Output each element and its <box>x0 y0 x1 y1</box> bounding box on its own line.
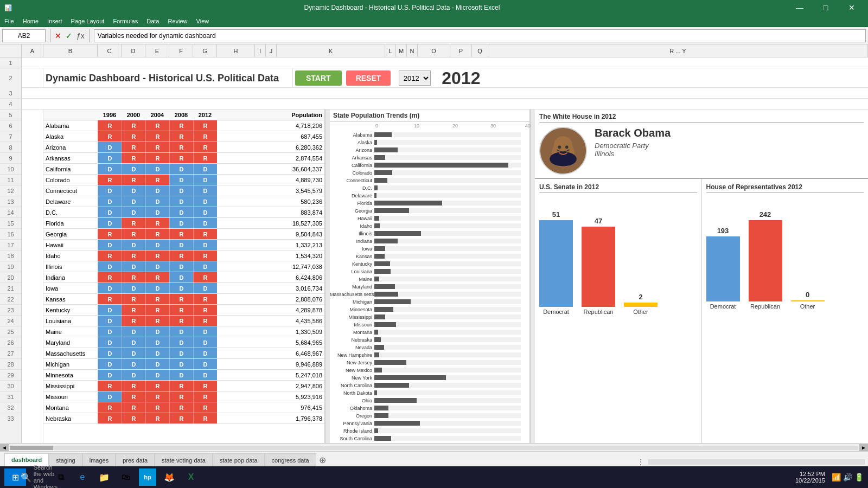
vote-cell[interactable]: D <box>193 261 217 272</box>
ribbon-formulas[interactable]: Formulas <box>113 18 138 24</box>
vote-cell[interactable]: D <box>98 391 122 402</box>
vote-cell[interactable]: D <box>169 164 193 174</box>
vote-cell[interactable]: R <box>145 142 169 152</box>
vote-cell[interactable]: R <box>169 413 193 423</box>
col-L[interactable]: L <box>385 44 396 57</box>
vote-cell[interactable]: R <box>145 153 169 163</box>
state-name[interactable]: Hawaii <box>43 240 98 250</box>
col-J[interactable]: J <box>266 44 277 57</box>
vote-cell[interactable]: R <box>122 316 145 326</box>
vote-cell[interactable]: D <box>145 164 169 174</box>
vote-cell[interactable]: R <box>122 131 145 142</box>
vote-cell[interactable]: R <box>145 316 169 326</box>
state-name[interactable]: Alabama <box>43 120 98 131</box>
state-name[interactable]: California <box>43 164 98 174</box>
taskbar-hp[interactable]: hp <box>139 468 156 486</box>
vote-cell[interactable]: R <box>145 229 169 239</box>
state-name[interactable]: Mississippi <box>43 381 98 391</box>
vote-cell[interactable]: R <box>145 402 169 413</box>
vote-cell[interactable]: D <box>193 207 217 217</box>
vote-cell[interactable]: D <box>122 337 145 348</box>
state-name[interactable]: Iowa <box>43 283 98 293</box>
vote-cell[interactable]: D <box>98 370 122 380</box>
taskbar-firefox[interactable]: 🦊 <box>161 468 178 486</box>
vote-cell[interactable]: D <box>169 326 193 337</box>
vote-cell[interactable]: D <box>145 337 169 348</box>
vote-cell[interactable]: D <box>98 261 122 272</box>
vote-cell[interactable]: D <box>169 348 193 358</box>
state-name[interactable]: Missouri <box>43 391 98 402</box>
start-button[interactable]: START <box>295 70 342 86</box>
col-D[interactable]: D <box>122 44 145 57</box>
vote-cell[interactable]: D <box>122 326 145 337</box>
vote-cell[interactable]: R <box>193 294 217 304</box>
vote-cell[interactable]: D <box>193 196 217 207</box>
vote-cell[interactable]: R <box>98 251 122 261</box>
vote-cell[interactable]: R <box>169 229 193 239</box>
vote-cell[interactable]: R <box>193 142 217 152</box>
col-O[interactable]: O <box>418 44 450 57</box>
vote-cell[interactable]: R <box>98 229 122 239</box>
vote-cell[interactable]: D <box>98 316 122 326</box>
reset-button[interactable]: RESET <box>346 70 391 86</box>
vote-cell[interactable]: R <box>145 272 169 282</box>
col-K[interactable]: K <box>277 44 385 57</box>
scroll-left-btn[interactable]: ◄ <box>0 444 9 452</box>
ribbon-data[interactable]: Data <box>146 18 159 24</box>
vote-cell[interactable]: R <box>122 413 145 423</box>
ribbon-review[interactable]: Review <box>168 18 187 24</box>
vote-cell[interactable]: D <box>169 283 193 293</box>
state-name[interactable]: Georgia <box>43 229 98 239</box>
state-name[interactable]: Delaware <box>43 196 98 207</box>
tab-images[interactable]: images <box>82 453 116 466</box>
vote-cell[interactable]: R <box>193 229 217 239</box>
vote-cell[interactable]: D <box>145 359 169 369</box>
vote-cell[interactable]: R <box>122 294 145 304</box>
vote-cell[interactable]: D <box>98 348 122 358</box>
vote-cell[interactable]: D <box>122 240 145 250</box>
vote-cell[interactable]: D <box>169 370 193 380</box>
taskbar-explorer[interactable]: 📁 <box>95 468 113 486</box>
vote-cell[interactable]: R <box>145 413 169 423</box>
vote-cell[interactable]: R <box>193 316 217 326</box>
vote-cell[interactable]: D <box>193 185 217 196</box>
vote-cell[interactable]: R <box>122 305 145 315</box>
vote-cell[interactable]: R <box>98 402 122 413</box>
vote-cell[interactable]: D <box>193 218 217 228</box>
vote-cell[interactable]: D <box>145 283 169 293</box>
vote-cell[interactable]: D <box>145 261 169 272</box>
taskbar-task-view[interactable]: ⧉ <box>52 468 69 486</box>
vote-cell[interactable]: R <box>98 381 122 391</box>
col-N[interactable]: N <box>407 44 418 57</box>
vote-cell[interactable]: R <box>145 175 169 185</box>
vote-cell[interactable]: R <box>193 251 217 261</box>
vote-cell[interactable]: R <box>193 120 217 131</box>
vote-cell[interactable]: R <box>145 120 169 131</box>
vote-cell[interactable]: D <box>122 370 145 380</box>
vote-cell[interactable]: D <box>169 196 193 207</box>
vote-cell[interactable]: R <box>122 381 145 391</box>
vote-cell[interactable]: R <box>122 175 145 185</box>
col-P[interactable]: P <box>450 44 472 57</box>
vote-cell[interactable]: D <box>98 153 122 163</box>
col-rest[interactable]: R ... Y <box>488 44 868 57</box>
state-name[interactable]: Nebraska <box>43 413 98 423</box>
vote-cell[interactable]: D <box>98 359 122 369</box>
insert-function-icon[interactable]: ƒx <box>76 31 85 40</box>
state-name[interactable]: Connecticut <box>43 185 98 196</box>
vote-cell[interactable]: R <box>145 131 169 142</box>
vote-cell[interactable]: D <box>193 348 217 358</box>
vote-cell[interactable]: R <box>145 294 169 304</box>
vote-cell[interactable]: D <box>169 240 193 250</box>
vote-cell[interactable]: D <box>98 218 122 228</box>
vote-cell[interactable]: D <box>193 359 217 369</box>
vote-cell[interactable]: D <box>98 337 122 348</box>
col-M[interactable]: M <box>396 44 407 57</box>
vote-cell[interactable]: D <box>122 283 145 293</box>
vote-cell[interactable]: D <box>193 283 217 293</box>
vote-cell[interactable]: D <box>122 261 145 272</box>
vote-cell[interactable]: R <box>98 294 122 304</box>
vote-cell[interactable]: R <box>169 131 193 142</box>
vote-cell[interactable]: R <box>193 305 217 315</box>
vote-cell[interactable]: R <box>169 402 193 413</box>
